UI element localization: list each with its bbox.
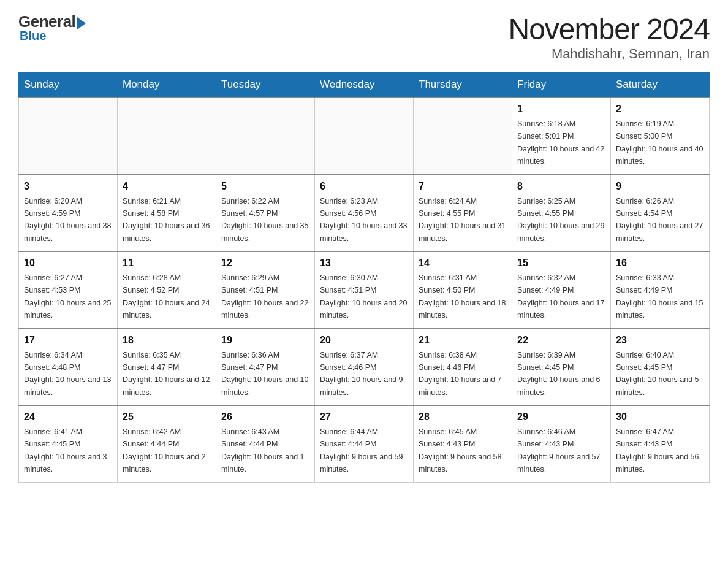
day-number: 17 — [24, 333, 112, 348]
day-number: 8 — [517, 179, 605, 194]
day-info: Sunrise: 6:32 AM Sunset: 4:49 PM Dayligh… — [517, 274, 604, 320]
day-number: 26 — [221, 410, 309, 424]
cell-week2-day6: 9Sunrise: 6:26 AM Sunset: 4:54 PM Daylig… — [611, 175, 710, 252]
header-tuesday: Tuesday — [216, 72, 315, 98]
day-info: Sunrise: 6:27 AM Sunset: 4:53 PM Dayligh… — [24, 274, 111, 320]
day-info: Sunrise: 6:21 AM Sunset: 4:58 PM Dayligh… — [123, 197, 210, 243]
header-friday: Friday — [512, 72, 611, 98]
cell-week4-day0: 17Sunrise: 6:34 AM Sunset: 4:48 PM Dayli… — [19, 329, 118, 406]
day-number: 21 — [419, 333, 507, 348]
cell-week2-day4: 7Sunrise: 6:24 AM Sunset: 4:55 PM Daylig… — [414, 175, 512, 252]
day-number: 30 — [616, 410, 704, 424]
week-row-1: 1Sunrise: 6:18 AM Sunset: 5:01 PM Daylig… — [19, 98, 710, 175]
header-wednesday: Wednesday — [315, 72, 414, 98]
cell-week1-day0 — [19, 98, 118, 175]
cell-week1-day6: 2Sunrise: 6:19 AM Sunset: 5:00 PM Daylig… — [611, 98, 710, 175]
day-number: 27 — [320, 410, 408, 424]
day-number: 14 — [419, 256, 507, 270]
header-saturday: Saturday — [611, 72, 710, 98]
cell-week5-day3: 27Sunrise: 6:44 AM Sunset: 4:44 PM Dayli… — [315, 405, 414, 482]
cell-week3-day0: 10Sunrise: 6:27 AM Sunset: 4:53 PM Dayli… — [19, 251, 118, 329]
week-row-2: 3Sunrise: 6:20 AM Sunset: 4:59 PM Daylig… — [19, 175, 710, 252]
day-number: 13 — [320, 256, 408, 270]
page: General Blue November 2024 Mahdishahr, S… — [0, 0, 728, 495]
day-number: 20 — [320, 333, 408, 348]
day-info: Sunrise: 6:38 AM Sunset: 4:46 PM Dayligh… — [419, 351, 502, 397]
cell-week1-day1 — [118, 98, 216, 175]
cell-week4-day5: 22Sunrise: 6:39 AM Sunset: 4:45 PM Dayli… — [512, 329, 611, 406]
day-info: Sunrise: 6:44 AM Sunset: 4:44 PM Dayligh… — [320, 427, 403, 473]
cell-week5-day6: 30Sunrise: 6:47 AM Sunset: 4:43 PM Dayli… — [611, 405, 710, 482]
day-info: Sunrise: 6:46 AM Sunset: 4:43 PM Dayligh… — [517, 427, 601, 473]
day-number: 3 — [24, 179, 112, 194]
day-number: 10 — [24, 256, 112, 270]
day-info: Sunrise: 6:25 AM Sunset: 4:55 PM Dayligh… — [517, 197, 604, 243]
day-number: 25 — [123, 410, 211, 424]
cell-week5-day5: 29Sunrise: 6:46 AM Sunset: 4:43 PM Dayli… — [512, 405, 611, 482]
logo-triangle-icon — [77, 17, 86, 29]
day-info: Sunrise: 6:34 AM Sunset: 4:48 PM Dayligh… — [24, 351, 111, 397]
week-row-3: 10Sunrise: 6:27 AM Sunset: 4:53 PM Dayli… — [19, 251, 710, 329]
cell-week5-day0: 24Sunrise: 6:41 AM Sunset: 4:45 PM Dayli… — [19, 405, 118, 482]
day-number: 29 — [517, 410, 605, 424]
header-sunday: Sunday — [19, 72, 118, 98]
day-number: 2 — [616, 102, 704, 117]
day-number: 5 — [221, 179, 309, 194]
calendar-table: Sunday Monday Tuesday Wednesday Thursday… — [18, 72, 710, 483]
cell-week2-day5: 8Sunrise: 6:25 AM Sunset: 4:55 PM Daylig… — [512, 175, 611, 252]
day-info: Sunrise: 6:45 AM Sunset: 4:43 PM Dayligh… — [419, 427, 502, 473]
cell-week3-day5: 15Sunrise: 6:32 AM Sunset: 4:49 PM Dayli… — [512, 251, 611, 329]
day-number: 12 — [221, 256, 309, 270]
logo: General Blue — [18, 12, 87, 43]
day-info: Sunrise: 6:28 AM Sunset: 4:52 PM Dayligh… — [123, 274, 210, 320]
cell-week3-day1: 11Sunrise: 6:28 AM Sunset: 4:52 PM Dayli… — [118, 251, 216, 329]
day-info: Sunrise: 6:30 AM Sunset: 4:51 PM Dayligh… — [320, 274, 407, 320]
day-info: Sunrise: 6:18 AM Sunset: 5:01 PM Dayligh… — [517, 120, 604, 166]
day-number: 1 — [517, 102, 605, 117]
cell-week3-day6: 16Sunrise: 6:33 AM Sunset: 4:49 PM Dayli… — [611, 251, 710, 329]
cell-week4-day3: 20Sunrise: 6:37 AM Sunset: 4:46 PM Dayli… — [315, 329, 414, 406]
day-info: Sunrise: 6:26 AM Sunset: 4:54 PM Dayligh… — [616, 197, 703, 243]
day-number: 6 — [320, 179, 408, 194]
cell-week5-day1: 25Sunrise: 6:42 AM Sunset: 4:44 PM Dayli… — [118, 405, 216, 482]
cell-week1-day3 — [315, 98, 414, 175]
cell-week1-day4 — [414, 98, 512, 175]
header-thursday: Thursday — [414, 72, 512, 98]
day-number: 4 — [123, 179, 211, 194]
day-number: 16 — [616, 256, 704, 270]
header: General Blue November 2024 Mahdishahr, S… — [18, 12, 710, 62]
cell-week1-day2 — [216, 98, 315, 175]
day-number: 24 — [24, 410, 112, 424]
day-info: Sunrise: 6:42 AM Sunset: 4:44 PM Dayligh… — [123, 427, 206, 473]
day-number: 19 — [221, 333, 309, 348]
day-number: 18 — [123, 333, 211, 348]
day-info: Sunrise: 6:29 AM Sunset: 4:51 PM Dayligh… — [221, 274, 308, 320]
day-info: Sunrise: 6:39 AM Sunset: 4:45 PM Dayligh… — [517, 351, 601, 397]
cell-week3-day4: 14Sunrise: 6:31 AM Sunset: 4:50 PM Dayli… — [414, 251, 512, 329]
day-info: Sunrise: 6:36 AM Sunset: 4:47 PM Dayligh… — [221, 351, 308, 397]
logo-sub-text: Blue — [20, 29, 46, 43]
day-number: 9 — [616, 179, 704, 194]
month-year-title: November 2024 — [508, 12, 710, 46]
week-row-5: 24Sunrise: 6:41 AM Sunset: 4:45 PM Dayli… — [19, 405, 710, 482]
day-number: 15 — [517, 256, 605, 270]
cell-week3-day3: 13Sunrise: 6:30 AM Sunset: 4:51 PM Dayli… — [315, 251, 414, 329]
day-info: Sunrise: 6:33 AM Sunset: 4:49 PM Dayligh… — [616, 274, 703, 320]
day-info: Sunrise: 6:47 AM Sunset: 4:43 PM Dayligh… — [616, 427, 699, 473]
header-monday: Monday — [118, 72, 216, 98]
day-number: 23 — [616, 333, 704, 348]
day-number: 11 — [123, 256, 211, 270]
day-info: Sunrise: 6:35 AM Sunset: 4:47 PM Dayligh… — [123, 351, 210, 397]
day-info: Sunrise: 6:43 AM Sunset: 4:44 PM Dayligh… — [221, 427, 305, 473]
day-info: Sunrise: 6:20 AM Sunset: 4:59 PM Dayligh… — [24, 197, 111, 243]
day-number: 7 — [419, 179, 507, 194]
cell-week2-day3: 6Sunrise: 6:23 AM Sunset: 4:56 PM Daylig… — [315, 175, 414, 252]
cell-week5-day4: 28Sunrise: 6:45 AM Sunset: 4:43 PM Dayli… — [414, 405, 512, 482]
day-number: 28 — [419, 410, 507, 424]
cell-week1-day5: 1Sunrise: 6:18 AM Sunset: 5:01 PM Daylig… — [512, 98, 611, 175]
cell-week4-day1: 18Sunrise: 6:35 AM Sunset: 4:47 PM Dayli… — [118, 329, 216, 406]
day-info: Sunrise: 6:31 AM Sunset: 4:50 PM Dayligh… — [419, 274, 506, 320]
day-number: 22 — [517, 333, 605, 348]
day-info: Sunrise: 6:41 AM Sunset: 4:45 PM Dayligh… — [24, 427, 107, 473]
cell-week4-day6: 23Sunrise: 6:40 AM Sunset: 4:45 PM Dayli… — [611, 329, 710, 406]
